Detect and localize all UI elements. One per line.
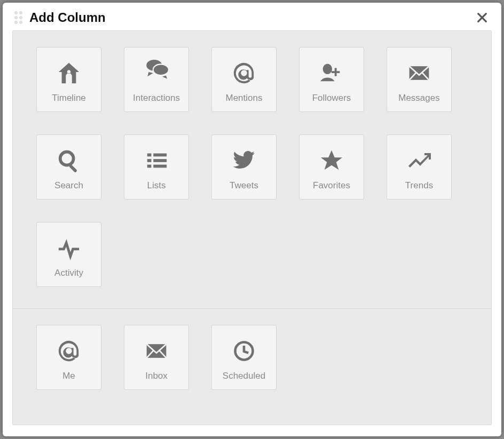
column-type-activity[interactable]: Activity xyxy=(36,222,101,287)
tile-label: Followers xyxy=(312,93,351,103)
column-type-trends[interactable]: Trends xyxy=(387,134,452,199)
modal-body: TimelineInteractionsMentionsFollowersMes… xyxy=(12,30,492,425)
tile-label: Messages xyxy=(398,93,439,103)
column-type-messages[interactable]: Messages xyxy=(387,47,452,112)
column-type-lists[interactable]: Lists xyxy=(124,134,189,199)
add-column-modal: Add Column TimelineInteractionsMentionsF… xyxy=(3,3,501,436)
close-button[interactable] xyxy=(475,10,490,25)
drag-handle-icon[interactable] xyxy=(14,11,24,24)
column-type-timeline[interactable]: Timeline xyxy=(36,47,101,112)
envelope-icon xyxy=(145,337,168,365)
tile-label: Tweets xyxy=(230,180,258,191)
tile-label: Timeline xyxy=(52,93,86,103)
tile-label: Me xyxy=(62,371,75,381)
column-type-search[interactable]: Search xyxy=(36,134,101,199)
column-type-tweets[interactable]: Tweets xyxy=(211,134,277,199)
tile-label: Mentions xyxy=(226,93,263,103)
tile-label: Inbox xyxy=(145,371,168,381)
list-icon xyxy=(144,146,169,175)
trend-icon xyxy=(406,146,432,175)
chat-icon xyxy=(143,59,170,87)
envelope-icon xyxy=(407,59,431,87)
star-icon xyxy=(319,146,344,175)
add-user-icon xyxy=(319,59,344,87)
column-type-me[interactable]: Me xyxy=(36,325,101,390)
tile-label: Search xyxy=(54,180,83,191)
at-icon xyxy=(57,337,81,365)
tile-label: Interactions xyxy=(133,93,180,103)
home-icon xyxy=(57,59,81,87)
modal-title: Add Column xyxy=(29,10,106,25)
search-icon xyxy=(57,146,81,175)
column-type-mentions[interactable]: Mentions xyxy=(211,47,277,112)
column-type-scheduled[interactable]: Scheduled xyxy=(211,325,277,390)
tile-label: Lists xyxy=(147,180,166,191)
column-type-section-secondary: MeInboxScheduled xyxy=(13,308,491,411)
tile-label: Activity xyxy=(54,268,83,278)
activity-icon xyxy=(57,234,81,262)
bird-icon xyxy=(231,146,257,175)
column-type-section-main: TimelineInteractionsMentionsFollowersMes… xyxy=(13,31,491,308)
column-type-favorites[interactable]: Favorites xyxy=(299,134,364,199)
clock-icon xyxy=(232,337,256,365)
tile-label: Trends xyxy=(405,180,433,191)
tile-label: Scheduled xyxy=(223,371,265,381)
close-icon xyxy=(476,12,488,23)
column-type-followers[interactable]: Followers xyxy=(299,47,364,112)
at-icon xyxy=(232,59,256,87)
column-type-inbox[interactable]: Inbox xyxy=(124,325,189,390)
tile-label: Favorites xyxy=(313,180,350,191)
column-type-interactions[interactable]: Interactions xyxy=(124,47,189,112)
modal-header: Add Column xyxy=(3,3,501,30)
